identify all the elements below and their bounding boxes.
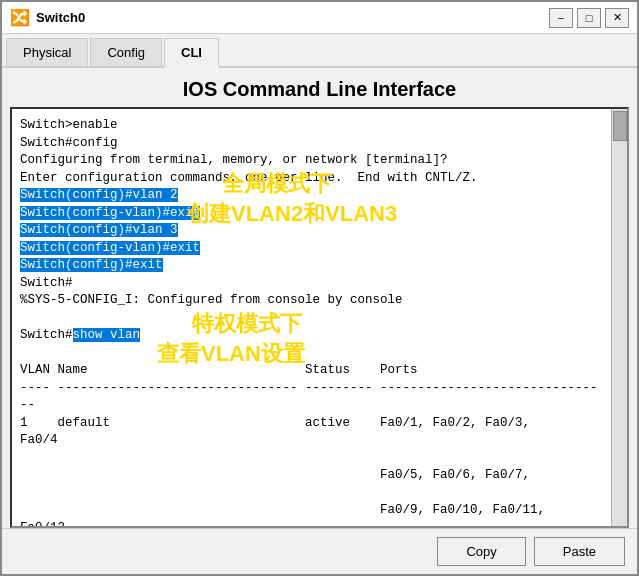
terminal-relative: Switch>enable Switch#config Configuring … (12, 109, 611, 526)
terminal-content[interactable]: Switch>enable Switch#config Configuring … (12, 109, 611, 526)
bottom-bar: Copy Paste (2, 528, 637, 574)
title-bar: 🔀 Switch0 − □ ✕ (2, 2, 637, 34)
highlight-exit2-cmd: Switch(config-vlan)#exit (20, 241, 200, 255)
highlight-show-vlan: show vlan (73, 328, 141, 342)
minimize-button[interactable]: − (549, 8, 573, 28)
app-icon: 🔀 (10, 8, 30, 28)
scrollbar[interactable] (611, 109, 627, 526)
highlight-exit3-cmd: Switch(config)#exit (20, 258, 163, 272)
tab-config[interactable]: Config (90, 38, 162, 66)
highlight-exit1-cmd: Switch(config-vlan)#exit (20, 206, 200, 220)
main-window: 🔀 Switch0 − □ ✕ Physical Config CLI IOS … (0, 0, 639, 576)
highlight-vlan3-cmd: Switch(config)#vlan 3 (20, 223, 178, 237)
paste-button[interactable]: Paste (534, 537, 625, 566)
tab-physical[interactable]: Physical (6, 38, 88, 66)
scrollbar-thumb[interactable] (613, 111, 627, 141)
page-title: IOS Command Line Interface (2, 68, 637, 107)
tabs-bar: Physical Config CLI (2, 34, 637, 68)
maximize-button[interactable]: □ (577, 8, 601, 28)
highlight-vlan2-cmd: Switch(config)#vlan 2 (20, 188, 178, 202)
close-button[interactable]: ✕ (605, 8, 629, 28)
window-title: Switch0 (36, 10, 85, 25)
title-bar-left: 🔀 Switch0 (10, 8, 85, 28)
window-controls: − □ ✕ (549, 8, 629, 28)
terminal-wrapper[interactable]: Switch>enable Switch#config Configuring … (10, 107, 629, 528)
copy-button[interactable]: Copy (437, 537, 525, 566)
tab-cli[interactable]: CLI (164, 38, 219, 68)
cli-area: Switch>enable Switch#config Configuring … (2, 107, 637, 528)
